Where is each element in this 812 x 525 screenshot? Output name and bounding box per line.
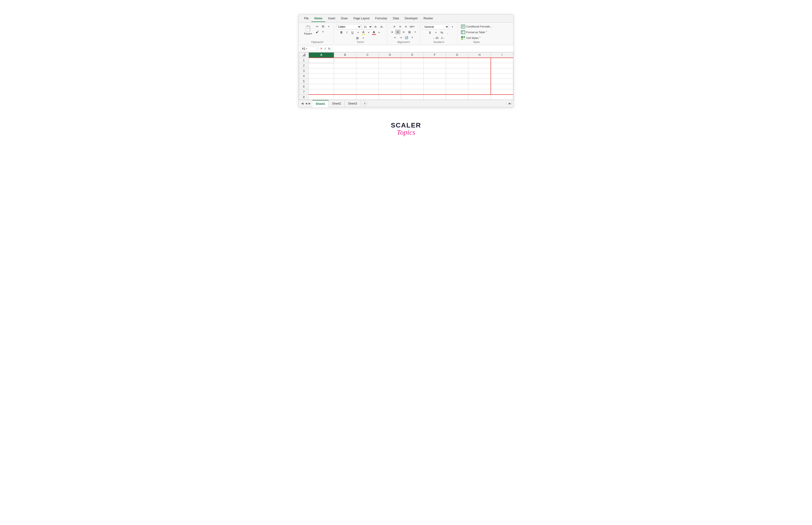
comma-button[interactable]: , <box>445 30 451 35</box>
cell-G8[interactable] <box>446 94 468 100</box>
col-header-A[interactable]: A <box>309 52 334 58</box>
fill-color-button[interactable]: A <box>361 30 365 35</box>
col-header-D[interactable]: D <box>379 52 401 58</box>
cell-G7[interactable] <box>446 89 468 94</box>
cell-H3[interactable] <box>468 68 491 74</box>
italic-button[interactable]: I <box>345 30 350 35</box>
cell-I6[interactable] <box>491 84 513 89</box>
col-header-F[interactable]: F <box>424 52 446 58</box>
cell-A4[interactable] <box>309 74 334 79</box>
currency-button[interactable]: $ <box>427 30 432 35</box>
formula-cancel-button[interactable]: ✕ <box>320 47 323 50</box>
increase-decimal-button[interactable]: ←.00 <box>432 35 439 40</box>
conditional-formatting-button[interactable]: Conditional Formatti... <box>460 24 493 29</box>
row-header-2[interactable]: 2 <box>299 63 309 68</box>
cell-D4[interactable] <box>379 74 401 79</box>
cell-F8[interactable] <box>424 94 446 100</box>
cell-C2[interactable] <box>356 63 379 68</box>
cell-D6[interactable] <box>379 84 401 89</box>
col-header-G[interactable]: G <box>446 52 468 58</box>
copy-dropdown[interactable]: ▾ <box>326 24 331 29</box>
orientation-dropdown[interactable]: ▾ <box>410 35 415 40</box>
cell-B6[interactable] <box>334 84 356 89</box>
number-format-select[interactable]: General <box>423 24 449 29</box>
cell-H2[interactable] <box>468 63 491 68</box>
row-header-1[interactable]: 1 <box>299 58 309 63</box>
cell-D1[interactable] <box>379 58 401 63</box>
font-expander[interactable]: ⧉ <box>362 41 364 43</box>
cell-A5[interactable] <box>309 79 334 84</box>
cell-I4[interactable] <box>491 74 513 79</box>
merge-button[interactable]: ⊞ <box>407 30 412 34</box>
cell-C8[interactable] <box>356 94 379 100</box>
cell-G2[interactable] <box>446 63 468 68</box>
cell-B7[interactable] <box>334 89 356 94</box>
cell-reference-box[interactable]: A1 ▾ <box>300 46 317 51</box>
shrink-font-button[interactable]: A↓ <box>379 24 384 29</box>
cell-B4[interactable] <box>334 74 356 79</box>
alignment-expander[interactable]: ⧉ <box>409 41 410 43</box>
cell-B3[interactable] <box>334 68 356 74</box>
cell-A7[interactable] <box>309 89 334 94</box>
cell-ref-dropdown[interactable]: ▾ <box>306 47 307 50</box>
col-header-C[interactable]: C <box>356 52 379 58</box>
align-center-button[interactable]: ≡ <box>395 30 400 34</box>
underline-button[interactable]: U <box>350 30 355 35</box>
cell-A3[interactable] <box>309 68 334 74</box>
cell-G4[interactable] <box>446 74 468 79</box>
cell-D2[interactable] <box>379 63 401 68</box>
tab-formulas[interactable]: Formulas <box>372 15 390 22</box>
sheet-scroll-end-button[interactable]: ▶| <box>509 102 511 105</box>
cell-H7[interactable] <box>468 89 491 94</box>
align-top-button[interactable]: ≡ <box>392 24 397 29</box>
scroll-left-button[interactable]: ◀ <box>305 102 308 106</box>
cell-H8[interactable] <box>468 94 491 100</box>
cell-F2[interactable] <box>424 63 446 68</box>
cell-I2[interactable] <box>491 63 513 68</box>
borders-dropdown[interactable]: ▾ <box>361 35 366 40</box>
cell-E2[interactable] <box>401 63 424 68</box>
underline-dropdown[interactable]: ▾ <box>356 30 361 35</box>
format-as-table-button[interactable]: Format as Table ˅ <box>460 30 488 35</box>
cell-B8[interactable] <box>334 94 356 100</box>
cell-F6[interactable] <box>424 84 446 89</box>
align-left-button[interactable]: ≡ <box>389 30 395 34</box>
cell-F5[interactable] <box>424 79 446 84</box>
cell-I1[interactable] <box>491 58 513 63</box>
row-header-8[interactable]: 8 <box>299 94 309 100</box>
font-size-select[interactable]: 11 <box>362 24 372 29</box>
cell-E8[interactable] <box>401 94 424 100</box>
cell-E1[interactable] <box>401 58 424 63</box>
formula-fx-button[interactable]: fx <box>328 47 330 50</box>
increase-indent-button[interactable]: ⇒ <box>398 35 403 40</box>
merge-dropdown[interactable]: ▾ <box>412 30 418 34</box>
fill-color-dropdown[interactable]: ▾ <box>366 30 371 35</box>
cell-C3[interactable] <box>356 68 379 74</box>
col-header-E[interactable]: E <box>401 52 424 58</box>
tab-data[interactable]: Data <box>390 15 402 22</box>
cell-C1[interactable] <box>356 58 379 63</box>
orientation-button[interactable]: 🔃 <box>404 35 409 40</box>
cell-D7[interactable] <box>379 89 401 94</box>
cell-F3[interactable] <box>424 68 446 74</box>
cell-C6[interactable] <box>356 84 379 89</box>
scroll-first-button[interactable]: ◀| <box>301 102 304 106</box>
cut-button[interactable]: ✂ <box>314 24 320 29</box>
cell-A8[interactable] <box>309 94 334 100</box>
percent-button[interactable]: % <box>439 30 444 35</box>
tab-insert[interactable]: Insert <box>325 15 338 22</box>
col-header-I[interactable]: I <box>491 52 513 58</box>
cell-G6[interactable] <box>446 84 468 89</box>
add-sheet-button[interactable]: + <box>362 101 367 106</box>
sheet-tab-sheet2[interactable]: Sheet2 <box>329 100 345 107</box>
cell-H5[interactable] <box>468 79 491 84</box>
tab-review[interactable]: Review <box>420 15 435 22</box>
paste-button[interactable]: Paste ▾ <box>303 24 313 35</box>
formula-confirm-button[interactable]: ✓ <box>324 47 327 50</box>
cell-I3[interactable] <box>491 68 513 74</box>
formula-input[interactable] <box>334 47 512 51</box>
cell-A1[interactable] <box>309 58 334 63</box>
font-color-button[interactable]: A <box>372 30 376 35</box>
cell-F7[interactable] <box>424 89 446 94</box>
cell-G3[interactable] <box>446 68 468 74</box>
